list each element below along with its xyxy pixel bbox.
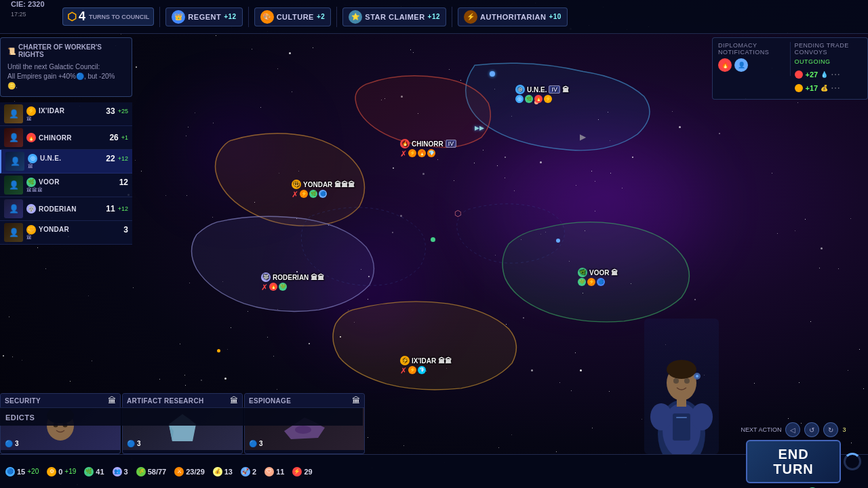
map-label-voor: 🌿 VOOR 🏛 💚 ⚡ 🔵 <box>578 268 618 286</box>
fleet-ship-1: ▸▸ <box>475 122 484 133</box>
ixidar-icon: ⚡ <box>26 106 36 116</box>
empire-row-voor[interactable]: 👤 🌿 VOOR 12 🏛🏛🏛 <box>0 174 132 197</box>
manpower-icon: ⚔ <box>174 467 184 476</box>
end-turn-button[interactable]: ENDTURN <box>746 440 841 483</box>
ixidar-map-icons: ✗ ⚡ 💎 <box>400 366 426 375</box>
chinorr-icon: 🔥 <box>26 133 36 142</box>
ships-val: 2 <box>252 468 256 476</box>
anomalies-val: 29 <box>304 468 312 476</box>
action-undo-btn[interactable]: ↺ <box>804 422 819 437</box>
trade-expand-1[interactable]: ⋯ <box>831 69 840 80</box>
diplo-icon-1: 🔥 <box>718 58 732 72</box>
industry-icon: ⚙ <box>47 467 56 476</box>
svg-point-8 <box>684 378 690 384</box>
stat-ships: 🚀 2 <box>241 467 256 476</box>
portrait-svg <box>644 319 719 454</box>
artifact-header: ARTIFACT RESEARCH 🏛 <box>123 394 242 408</box>
ground-val: 11 <box>276 468 284 476</box>
une-extras: 🏛 <box>28 163 128 169</box>
planet-dot-1 <box>490 71 495 77</box>
diplomacy-icons: 🔥 👤 <box>718 58 786 72</box>
security-building-icon: 🏛 <box>108 396 116 405</box>
regent-bonus: +12 <box>224 13 236 20</box>
svg-point-6 <box>667 360 696 379</box>
culture-icon: 🎨 <box>260 10 274 24</box>
turns-number: 4 <box>79 9 85 24</box>
portrait-background <box>644 319 719 454</box>
charter-box: 📜 CHARTER OF WORKER'S RIGHTS Until the n… <box>0 37 132 97</box>
artifact-title: ARTIFACT RESEARCH <box>127 397 203 405</box>
une-roman: IV <box>549 85 560 94</box>
regent-label: REGENT <box>188 13 221 21</box>
stat-influence: 🌿 41 <box>84 467 104 476</box>
trait-btn-authoritarian[interactable]: ⚡ AUTHORITARIAN +10 <box>458 7 568 26</box>
end-turn-area: NEXT ACTION ◁ ↺ ↻ 3 ENDTURN CONFLICTS ⚔ <box>719 434 868 488</box>
stat-manpower: ⚔ 23/29 <box>174 467 205 476</box>
trade-row-2: +17 💰 ⋯ <box>795 81 863 95</box>
action-prev-btn[interactable]: ◁ <box>785 422 800 437</box>
empire-row-ixidar[interactable]: 👤 ⚡ IX'IDAR 33 +25 🏛 <box>0 102 132 126</box>
chinorr-map-icon: 🔥 <box>400 139 410 148</box>
fleet-ship-2: ▶ <box>580 132 586 142</box>
security-title: SECURITY <box>5 397 41 405</box>
authoritarian-label: AUTHORITARIAN <box>480 13 546 21</box>
science-icon: 🔵 <box>5 467 15 476</box>
empire-row-roderian[interactable]: 👤 🐺 RODERIAN 11 +12 <box>0 197 132 221</box>
divider-diplo <box>790 42 791 76</box>
trade-resource-2: 💰 <box>821 85 828 92</box>
empire-list: 👤 ⚡ IX'IDAR 33 +25 🏛 👤 🔥 <box>0 102 132 245</box>
trade-outgoing: OUTGOING <box>795 58 863 65</box>
influence-val: 41 <box>96 468 104 476</box>
action-count: 3 <box>842 426 846 433</box>
une-name: U.N.E. <box>40 155 99 162</box>
fleet-marker-1: ⬡ <box>454 209 461 218</box>
svg-rect-3 <box>676 417 687 418</box>
trait-btn-star-claimer[interactable]: ⭐ STAR CLAIMER +12 <box>342 7 446 26</box>
trade-expand-2[interactable]: ⋯ <box>831 83 840 94</box>
separator-2 <box>248 7 249 27</box>
stat-science: 🔵 15 +20 <box>5 467 39 476</box>
left-panel: 📜 CHARTER OF WORKER'S RIGHTS Until the n… <box>0 37 132 245</box>
industry-val: 0 <box>58 468 62 476</box>
roderian-name: RODERIAN <box>39 205 99 213</box>
diplomacy-trade-wrap: DIPLOMACY NOTIFICATIONS 🔥 👤 PENDING TRAD… <box>718 42 862 95</box>
anomalies-icon: ⚡ <box>292 467 302 476</box>
roderian-avatar: 👤 <box>4 199 23 218</box>
artifact-count: 🔵 3 <box>127 440 141 447</box>
chinorr-avatar: 👤 <box>4 128 23 147</box>
culture-label: CULTURE <box>277 13 314 21</box>
espionage-title: ESPIONAGE <box>249 397 291 405</box>
security-count-val: 3 <box>15 440 19 447</box>
empire-row-chinorr[interactable]: 👤 🔥 CHINORR 26 +1 <box>0 126 132 150</box>
voor-map-name: 🌿 VOOR 🏛 <box>578 268 618 277</box>
une-delta: +12 <box>118 155 128 162</box>
voor-avatar: 👤 <box>4 176 23 195</box>
voor-extras: 🏛🏛🏛 <box>26 187 128 193</box>
trait-btn-regent[interactable]: 👑 REGENT +12 <box>165 7 242 26</box>
turns-icon: ⬡ <box>67 10 77 23</box>
chinorr-roman: IV <box>446 140 457 148</box>
top-bar: CIE: 2320 17:25 ⬡ 4 TURNS TO COUNCIL 👑 R… <box>0 0 868 34</box>
roderian-map-name: 🐺 RODERIAN 🏛🏛 <box>261 272 324 282</box>
map-label-ixidar: ⚡ IX'IDAR 🏛🏛 ✗ ⚡ 💎 <box>400 356 452 375</box>
svg-point-12 <box>691 403 713 430</box>
chinorr-name: CHINORR <box>39 134 102 142</box>
cie-time: 17:25 <box>11 11 26 18</box>
trade-icon-2 <box>795 84 803 92</box>
ixidar-delta: +25 <box>118 108 128 115</box>
yondar-score: 3 <box>115 225 128 235</box>
security-count: 🔵 3 <box>5 440 19 447</box>
empire-row-une[interactable]: 👤 ◎ U.N.E. 22 +12 🏛 <box>0 150 132 174</box>
planet-dot-3 <box>431 237 435 242</box>
trade-icon-1 <box>795 70 803 79</box>
turns-block: ⬡ 4 TURNS TO COUNCIL <box>62 7 154 26</box>
une-icon: ◎ <box>28 154 37 163</box>
pop-icon: 👥 <box>113 467 122 476</box>
next-action-bar: NEXT ACTION ◁ ↺ ↻ 3 <box>741 422 846 437</box>
star-claimer-bonus: +12 <box>428 13 440 20</box>
ixidar-score: 33 <box>102 106 115 116</box>
empire-row-yondar[interactable]: 👤 🔱 YONDAR 3 🏛 <box>0 221 132 245</box>
end-turn-text: ENDTURN <box>761 447 826 476</box>
trait-btn-culture[interactable]: 🎨 CULTURE +2 <box>254 7 332 26</box>
action-redo-btn[interactable]: ↻ <box>823 422 838 437</box>
